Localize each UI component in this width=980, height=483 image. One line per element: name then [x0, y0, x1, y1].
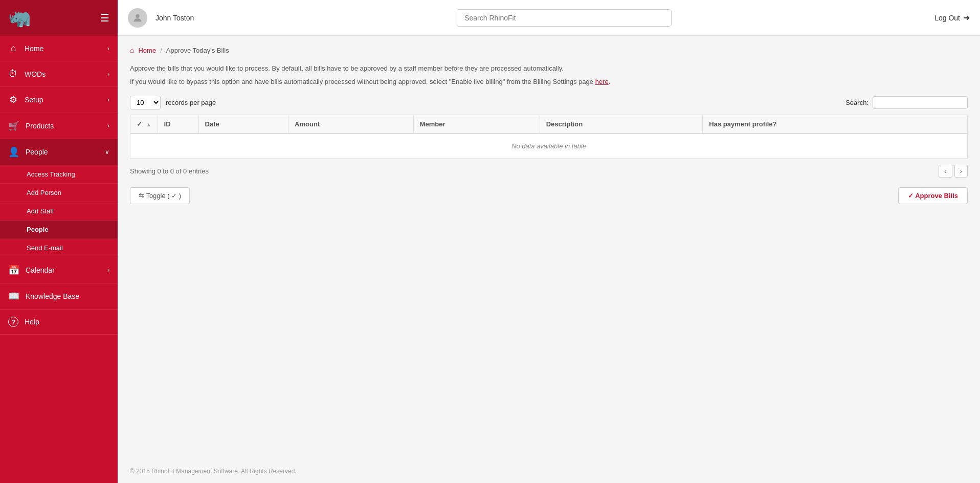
- products-icon: 🛒: [8, 120, 19, 131]
- sidebar-item-calendar-label: Calendar: [26, 266, 55, 274]
- data-table-wrapper: ✓ ▲ ID Date Amount Member Description Ha…: [130, 115, 968, 159]
- wods-icon: ⏱: [8, 69, 18, 79]
- user-name: John Toston: [155, 14, 194, 22]
- table-controls: 10 25 50 100 records per page Search:: [130, 96, 968, 109]
- home-icon: ⌂: [8, 43, 18, 54]
- sidebar-item-people-label: People: [26, 148, 48, 156]
- page-description-line1: Approve the bills that you would like to…: [130, 63, 968, 74]
- sidebar-item-wods-label: WODs: [25, 70, 46, 78]
- description-post-text: .: [609, 78, 611, 85]
- col-header-member[interactable]: Member: [413, 115, 540, 134]
- breadcrumb: ⌂ Home / Approve Today's Bills: [130, 46, 968, 54]
- toggle-button[interactable]: ⇆ Toggle ( ✓ ): [130, 187, 190, 204]
- sidebar-item-help-label: Help: [25, 318, 39, 326]
- description-pre-text: If you would like to bypass this option …: [130, 78, 595, 85]
- no-data-cell: No data available in table: [130, 134, 967, 159]
- breadcrumb-home-link[interactable]: Home: [138, 47, 156, 54]
- bills-table: ✓ ▲ ID Date Amount Member Description Ha…: [130, 115, 967, 159]
- setup-icon: ⚙: [8, 94, 18, 105]
- topbar: John Toston Log Out ➜: [118, 0, 980, 36]
- records-per-page: 10 25 50 100 records per page: [130, 96, 216, 109]
- sidebar-item-wods[interactable]: ⏱ WODs ›: [0, 61, 118, 87]
- sidebar-item-home[interactable]: ⌂ Home ›: [0, 36, 118, 61]
- sidebar-subitem-add-staff[interactable]: Add Staff: [0, 202, 118, 221]
- home-breadcrumb-icon: ⌂: [130, 46, 134, 54]
- hamburger-icon[interactable]: ☰: [100, 12, 109, 24]
- sidebar-item-home-label: Home: [25, 45, 43, 53]
- search-input[interactable]: [457, 9, 672, 27]
- setup-arrow: ›: [107, 96, 109, 103]
- people-icon: 👤: [8, 146, 19, 158]
- sidebar-subitem-send-email[interactable]: Send E-mail: [0, 239, 118, 257]
- calendar-icon: 📅: [8, 265, 19, 276]
- billing-settings-link[interactable]: here: [595, 78, 609, 85]
- sidebar-subitem-add-person[interactable]: Add Person: [0, 184, 118, 202]
- breadcrumb-separator: /: [160, 47, 162, 54]
- wods-arrow: ›: [107, 71, 109, 78]
- sidebar-item-knowledge-base[interactable]: 📖 Knowledge Base: [0, 283, 118, 310]
- col-header-date[interactable]: Date: [198, 115, 288, 134]
- products-arrow: ›: [107, 122, 109, 129]
- logo-area: 🦏: [8, 9, 31, 27]
- svg-point-0: [136, 14, 139, 17]
- records-per-page-select[interactable]: 10 25 50 100: [130, 96, 161, 109]
- table-search-input[interactable]: [873, 96, 968, 109]
- actions-bar: ⇆ Toggle ( ✓ ) ✓ Approve Bills: [130, 187, 968, 204]
- showing-entries-text: Showing 0 to 0 of 0 entries: [130, 163, 209, 179]
- page-footer: © 2015 RhinoFit Management Software. All…: [118, 457, 980, 483]
- people-arrow: ∨: [105, 148, 109, 156]
- search-label: Search:: [845, 99, 868, 106]
- sidebar-header: 🦏 ☰: [0, 0, 118, 36]
- col-header-amount[interactable]: Amount: [288, 115, 414, 134]
- user-avatar: [128, 8, 147, 28]
- pagination: ‹ ›: [939, 165, 968, 178]
- main-content: John Toston Log Out ➜ ⌂ Home / Approve T…: [118, 0, 980, 483]
- copyright-text: © 2015 RhinoFit Management Software. All…: [130, 468, 297, 475]
- check-sort-icon: ▲: [146, 122, 151, 127]
- no-data-row: No data available in table: [130, 134, 967, 159]
- sidebar-subitem-access-tracking[interactable]: Access Tracking: [0, 165, 118, 184]
- sidebar-item-knowledge-base-label: Knowledge Base: [26, 292, 79, 300]
- logout-icon: ➜: [963, 13, 970, 23]
- pagination-next[interactable]: ›: [954, 165, 968, 178]
- breadcrumb-current: Approve Today's Bills: [166, 47, 229, 54]
- col-header-id[interactable]: ID: [158, 115, 198, 134]
- records-per-page-label: records per page: [166, 99, 216, 106]
- home-arrow: ›: [107, 45, 109, 52]
- pagination-prev[interactable]: ‹: [939, 165, 952, 178]
- knowledge-base-icon: 📖: [8, 291, 19, 302]
- sidebar-item-products-label: Products: [26, 122, 54, 130]
- help-icon: ?: [8, 317, 18, 327]
- sidebar-item-setup[interactable]: ⚙ Setup ›: [0, 87, 118, 113]
- sidebar-item-calendar[interactable]: 📅 Calendar ›: [0, 257, 118, 283]
- col-header-payment-profile[interactable]: Has payment profile?: [703, 115, 967, 134]
- page-description-line2: If you would like to bypass this option …: [130, 77, 968, 87]
- sidebar-item-setup-label: Setup: [25, 96, 43, 104]
- sidebar-subitem-people-list[interactable]: People: [0, 221, 118, 239]
- logo-icon: 🦏: [8, 9, 31, 27]
- page-content: ⌂ Home / Approve Today's Bills Approve t…: [118, 36, 980, 457]
- sidebar-item-help[interactable]: ? Help: [0, 310, 118, 335]
- logout-button[interactable]: Log Out ➜: [934, 13, 970, 23]
- calendar-arrow: ›: [107, 267, 109, 274]
- col-header-description[interactable]: Description: [540, 115, 703, 134]
- sidebar-item-products[interactable]: 🛒 Products ›: [0, 113, 118, 139]
- sidebar: 🦏 ☰ ⌂ Home › ⏱ WODs › ⚙ Setup › 🛒 Produc…: [0, 0, 118, 483]
- table-footer: Showing 0 to 0 of 0 entries ‹ ›: [130, 163, 968, 179]
- col-header-check[interactable]: ✓ ▲: [130, 115, 158, 134]
- approve-bills-button[interactable]: ✓ Approve Bills: [898, 187, 968, 204]
- sidebar-item-people[interactable]: 👤 People ∨: [0, 139, 118, 165]
- logout-label: Log Out: [934, 14, 960, 22]
